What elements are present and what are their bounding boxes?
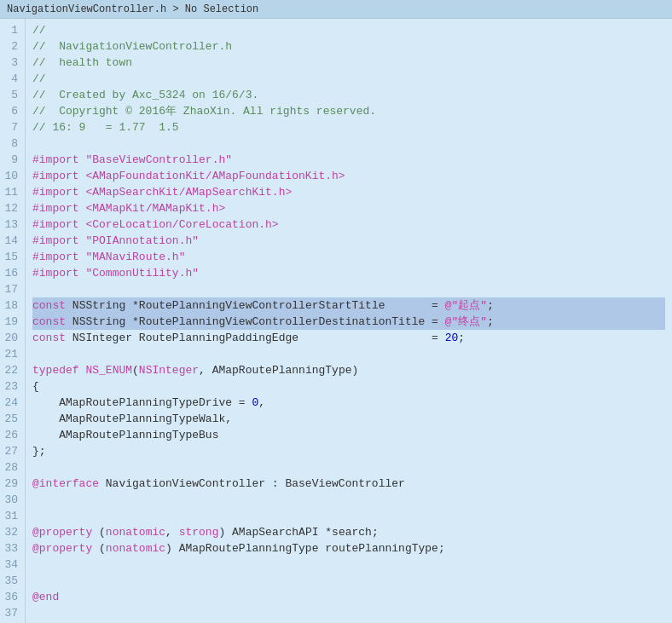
line-number: 10 [3,168,18,184]
code-line: // 16: 9 = 1.77 1.5 [32,119,665,136]
code-line [32,136,665,152]
code-line: // Copyright © 2016年 ZhaoXin. All rights… [32,103,665,119]
code-line: // Created by Axc_5324 on 16/6/3. [32,87,665,103]
code-line [32,573,665,589]
line-number: 3 [3,55,18,71]
code-line [32,605,665,621]
line-number: 7 [3,119,18,136]
code-line: AMapRoutePlanningTypeBus [32,427,665,443]
line-number: 35 [3,573,18,589]
code-line: // [32,71,665,87]
line-number: 22 [3,362,18,378]
code-line [32,508,665,524]
line-number: 30 [3,492,18,508]
editor-container: NavigationViewController.h > No Selectio… [0,0,672,623]
code-line [32,492,665,508]
code-line: }; [32,443,665,459]
line-number: 24 [3,395,18,411]
line-number: 15 [3,249,18,265]
line-number: 14 [3,233,18,249]
line-number: 28 [3,459,18,476]
line-number: 18 [3,297,18,314]
code-line: { [32,378,665,395]
code-line: // health town [32,55,665,71]
code-line: #import "POIAnnotation.h" [32,233,665,249]
line-number: 26 [3,427,18,443]
line-number: 17 [3,281,18,297]
line-number: 4 [3,71,18,87]
code-line [32,459,665,476]
line-number: 27 [3,443,18,459]
code-line: #import "BaseViewController.h" [32,152,665,168]
code-line: @end [32,589,665,605]
code-line [32,557,665,573]
code-line [32,346,665,362]
code-line: const NSInteger RoutePlanningPaddingEdge… [32,330,665,346]
line-numbers: 1234567891011121314151617181920212223242… [0,19,26,623]
line-number: 8 [3,136,18,152]
line-number: 37 [3,605,18,621]
line-number: 29 [3,476,18,492]
code-line: AMapRoutePlanningTypeWalk, [32,411,665,427]
line-number: 19 [3,314,18,330]
line-number: 1 [3,22,18,38]
line-number: 12 [3,200,18,216]
line-number: 25 [3,411,18,427]
line-number: 2 [3,38,18,55]
code-line: #import <MAMapKit/MAMapKit.h> [32,200,665,216]
code-line: // NavigationViewController.h [32,38,665,55]
code-line: const NSString *RoutePlanningViewControl… [32,297,665,314]
line-number: 31 [3,508,18,524]
code-line: #import <CoreLocation/CoreLocation.h> [32,216,665,233]
code-line: @property (nonatomic, strong) AMapSearch… [32,524,665,540]
line-number: 20 [3,330,18,346]
line-number: 5 [3,87,18,103]
code-line: @interface NavigationViewController : Ba… [32,476,665,492]
title-text: NavigationViewController.h > No Selectio… [7,3,258,15]
code-line: #import "CommonUtility.h" [32,265,665,281]
line-number: 36 [3,589,18,605]
title-bar: NavigationViewController.h > No Selectio… [0,0,672,19]
line-number: 13 [3,216,18,233]
code-line: typedef NS_ENUM(NSInteger, AMapRoutePlan… [32,362,665,378]
code-line: // [32,22,665,38]
code-line: AMapRoutePlanningTypeDrive = 0, [32,395,665,411]
line-number: 23 [3,378,18,395]
code-line [32,281,665,297]
code-line: #import <AMapSearchKit/AMapSearchKit.h> [32,184,665,200]
line-number: 16 [3,265,18,281]
code-content[interactable]: //// NavigationViewController.h// health… [26,19,672,623]
code-line: @property (nonatomic) AMapRoutePlanningT… [32,540,665,557]
code-area[interactable]: 1234567891011121314151617181920212223242… [0,19,672,623]
line-number: 11 [3,184,18,200]
code-line: const NSString *RoutePlanningViewControl… [32,314,665,330]
line-number: 33 [3,540,18,557]
code-line: #import "MANaviRoute.h" [32,249,665,265]
line-number: 32 [3,524,18,540]
code-line: #import <AMapFoundationKit/AMapFoundatio… [32,168,665,184]
line-number: 9 [3,152,18,168]
line-number: 34 [3,557,18,573]
line-number: 21 [3,346,18,362]
line-number: 6 [3,103,18,119]
